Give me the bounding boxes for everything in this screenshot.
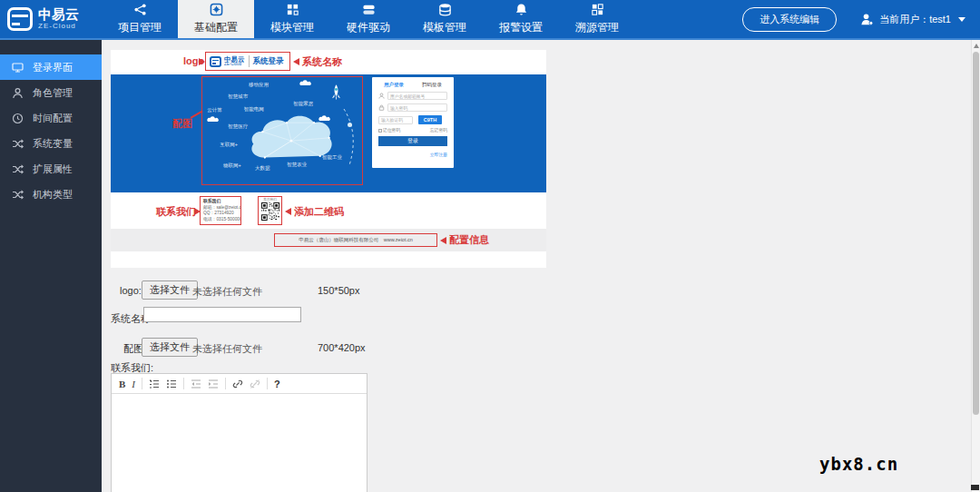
divider — [267, 378, 268, 389]
rocket-trail — [340, 107, 358, 167]
sidebar-item-org-types[interactable]: 机构类型 — [0, 182, 102, 207]
user-icon — [860, 13, 874, 26]
brand-subtitle: ZE-Cloud — [38, 23, 79, 31]
nav-item-label: 硬件驱动 — [347, 20, 390, 35]
nav-item-trace[interactable]: 溯源管理 — [559, 0, 635, 38]
scroll-up-arrow-icon[interactable] — [974, 44, 979, 48]
preview-register-link: 立即注册 — [378, 152, 447, 157]
image-no-file-text: 未选择任何文件 — [192, 342, 262, 356]
nav-item-basic-config[interactable]: 基础配置 — [178, 0, 254, 38]
logo-size-hint: 150*50px — [318, 285, 360, 296]
contact-editor-content[interactable] — [112, 394, 367, 492]
brand-logo: 中易云 ZE-Cloud — [0, 0, 102, 38]
preview-username-field: 用户名或邮箱账号 — [387, 92, 447, 100]
sidebar-item-login-page[interactable]: 登录界面 — [0, 54, 102, 80]
preview-password-field: 输入密码 — [387, 103, 447, 112]
annotation-image: 配图 — [172, 117, 192, 131]
link-button[interactable] — [232, 379, 243, 389]
outdent-icon — [191, 379, 201, 389]
system-name-input[interactable] — [143, 307, 301, 322]
preview-tab-scan-login: 扫码登录 — [422, 82, 442, 88]
contact-rich-text-editor: B I ? — [111, 373, 368, 492]
arrow-left-icon — [285, 208, 291, 215]
shuffle-icon — [12, 189, 24, 201]
enter-system-edit-button[interactable]: 进入系统编辑 — [742, 7, 837, 32]
sidebar-item-label: 系统变量 — [33, 137, 73, 151]
divider — [142, 378, 142, 389]
contact-box-line: 电话：0315-5000000 — [203, 217, 238, 223]
preview-captcha-field: 输入验证码 — [378, 116, 413, 124]
scrollbar-thumb[interactable] — [973, 52, 979, 415]
annotation-contact: 联系我们 — [156, 205, 196, 219]
annotation-qr: 添加二维码 — [294, 205, 344, 219]
sidebar-item-roles[interactable]: 角色管理 — [0, 80, 102, 105]
banner-label: 移动应用 — [249, 82, 269, 88]
chevron-down-icon — [958, 17, 965, 22]
preview-footer-box: 中易云（唐山）物联网科技有限公司 www.zeiot.cn — [274, 233, 437, 247]
share-nodes-icon — [133, 3, 147, 16]
nav-item-label: 项目管理 — [118, 20, 162, 35]
login-page-preview: logo 中易云 ZE-Cloud 系统登录 系统名称 配图 移动应用 智慧城市… — [111, 50, 546, 268]
database-icon — [438, 3, 452, 16]
divider — [183, 378, 184, 389]
preview-bottom-padding — [111, 251, 546, 268]
current-user-label: 当前用户：test1 — [879, 13, 951, 26]
sidebar-item-label: 扩展属性 — [33, 162, 73, 176]
bullet-list-icon — [166, 379, 177, 389]
modules-grid-icon — [286, 3, 299, 16]
contact-box-title: 联系我们 — [203, 199, 238, 205]
sidebar-item-system-variables[interactable]: 系统变量 — [0, 131, 102, 156]
arrow-left-icon — [293, 58, 299, 65]
banner-label: 大数据 — [255, 165, 270, 172]
sidebar-item-label: 登录界面 — [33, 61, 73, 74]
contact-box-line: QQ：27314920 — [203, 211, 238, 217]
current-user-menu[interactable]: 当前用户：test1 — [860, 13, 965, 26]
indent-button[interactable] — [208, 379, 219, 389]
ze-cloud-logo-icon — [7, 7, 33, 31]
trace-grid-icon — [591, 3, 604, 16]
nav-item-label: 模块管理 — [270, 20, 314, 35]
scrollbar[interactable] — [971, 40, 980, 492]
watermark: ybx8.cn — [819, 454, 898, 474]
logo-no-file-text: 未选择任何文件 — [192, 285, 262, 299]
preview-logo-box: 中易云 ZE-Cloud 系统登录 — [205, 52, 290, 71]
cloud-icon — [206, 115, 220, 123]
banner-label: 智能家居 — [293, 101, 313, 107]
preview-banner: 配图 移动应用 智慧城市 云计算 智能电网 智能家居 智慧医疗 互联网+ 物联网… — [111, 74, 546, 192]
italic-button[interactable]: I — [132, 379, 135, 389]
bold-button[interactable]: B — [119, 379, 125, 389]
preview-login-card: 用户登录 扫码登录 用户名或邮箱账号 输入密码 输入验证码 C9TH 记住密码 … — [372, 77, 454, 168]
nav-item-alarms[interactable]: 报警设置 — [483, 0, 559, 38]
help-button[interactable]: ? — [274, 379, 280, 389]
hardware-drive-icon — [362, 3, 376, 16]
banner-label: 物联网+ — [223, 162, 241, 169]
shuffle-icon — [12, 138, 24, 150]
logo-choose-file-button[interactable]: 选择文件 — [142, 280, 198, 300]
nav-item-hardware[interactable]: 硬件驱动 — [330, 0, 407, 38]
image-choose-file-button[interactable]: 选择文件 — [142, 338, 198, 357]
banner-illustration-box: 移动应用 智慧城市 云计算 智能电网 智能家居 智慧医疗 互联网+ 物联网+ 大… — [201, 76, 363, 185]
scrollbar-corner — [971, 485, 979, 490]
lock-icon — [378, 104, 385, 111]
sidebar: 登录界面 角色管理 时间配置 系统变量 扩展属性 机构类型 — [0, 40, 102, 492]
top-nav-items: 项目管理 基础配置 模块管理 硬件驱动 模板管理 报警设置 溯源管理 — [102, 0, 635, 38]
nav-item-project[interactable]: 项目管理 — [102, 0, 178, 38]
preview-brand-subtitle: ZE-Cloud — [224, 63, 245, 67]
outdent-button[interactable] — [191, 379, 201, 389]
person-icon — [12, 87, 24, 99]
nav-item-label: 溯源管理 — [575, 20, 619, 35]
bullet-list-button[interactable] — [166, 379, 177, 389]
nav-item-templates[interactable]: 模板管理 — [407, 0, 483, 38]
arrow-right-icon — [199, 58, 205, 65]
image-size-hint: 700*420px — [318, 342, 366, 353]
preview-login-button: 登录 — [378, 136, 447, 146]
sidebar-item-extended-attrs[interactable]: 扩展属性 — [0, 156, 102, 182]
annotation-config: 配置信息 — [449, 233, 489, 247]
preview-tab-user-login: 用户登录 — [384, 82, 404, 88]
top-navbar: 中易云 ZE-Cloud 项目管理 基础配置 模块管理 硬件驱动 模板管理 报警… — [0, 0, 980, 40]
nav-item-modules[interactable]: 模块管理 — [254, 0, 330, 38]
sidebar-item-time-config[interactable]: 时间配置 — [0, 105, 102, 131]
nav-item-label: 报警设置 — [499, 20, 543, 35]
numbered-list-button[interactable] — [149, 379, 160, 389]
unlink-button[interactable] — [250, 379, 260, 389]
